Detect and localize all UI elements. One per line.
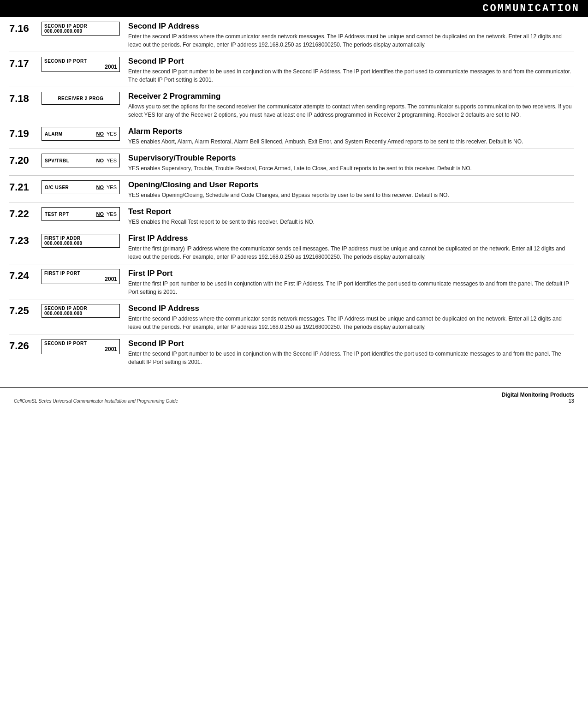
entry-title: Alarm Reports [128, 127, 574, 136]
field-alt-option: YES [107, 131, 117, 137]
entry-body: YES enables the Recall Test report to be… [128, 218, 574, 226]
entry-title: Test Report [128, 207, 574, 216]
entry-number: 7.18 [9, 92, 42, 105]
entry-body: Enter the second IP port number to be us… [128, 67, 574, 84]
entry-body: Enter the second IP port number to be us… [128, 350, 574, 366]
entry-body: Enter the first IP port number to be use… [128, 280, 574, 296]
footer-page-number: 13 [502, 398, 574, 404]
entry-title: Opening/Closing and User Reports [128, 180, 574, 190]
entry-field-box: SECOND IP PORT2001 [42, 339, 120, 354]
entry-field-box: FIRST IP PORT2001 [42, 269, 120, 284]
entry-row-7-22: 7.22TEST RPTNOYESTest ReportYES enables … [9, 207, 574, 229]
footer-company: Digital Monitoring Products [502, 392, 574, 398]
entry-description: Second IP PortEnter the second IP port n… [128, 57, 574, 84]
field-label-line1: SECOND IP ADDR [44, 24, 117, 29]
header-title: COMMUNICATION [482, 3, 580, 14]
field-alt-option: YES [107, 184, 117, 190]
field-alt-option: YES [107, 211, 117, 217]
entry-field-box: SPV/TRBLNOYES [42, 154, 120, 167]
entry-number: 7.21 [9, 180, 42, 193]
entry-number: 7.16 [9, 22, 42, 35]
footer-left-text: CellComSL Series Universal Communicator … [14, 399, 178, 404]
entry-title: Second IP Port [128, 57, 574, 66]
entry-description: Second IP PortEnter the second IP port n… [128, 339, 574, 366]
entry-description: First IP PortEnter the first IP port num… [128, 269, 574, 296]
footer-right: Digital Monitoring Products 13 [502, 392, 574, 404]
entry-row-7-19: 7.19ALARMNOYESAlarm ReportsYES enables A… [9, 127, 574, 149]
entry-body: Enter the second IP address where the co… [128, 32, 574, 49]
entry-number: 7.26 [9, 339, 42, 352]
entry-row-7-26: 7.26SECOND IP PORT2001Second IP PortEnte… [9, 339, 574, 369]
entry-body: Enter the second IP address where the co… [128, 315, 574, 331]
entry-number: 7.25 [9, 304, 42, 317]
field-label-line2: 000.000.000.000 [44, 29, 117, 34]
entry-row-7-23: 7.23FIRST IP ADDR000.000.000.000First IP… [9, 234, 574, 264]
entry-title: Supervisory/Trouble Reports [128, 154, 574, 163]
field-value: 2001 [44, 64, 117, 70]
entry-body: Enter the first (primary) IP address whe… [128, 244, 574, 261]
entry-field-box: SECOND IP ADDR000.000.000.000 [42, 22, 120, 36]
field-label: SECOND IP PORT [44, 59, 117, 64]
field-label: ALARM [45, 131, 63, 137]
field-label: SPV/TRBL [45, 158, 69, 163]
entry-row-7-17: 7.17SECOND IP PORT2001Second IP PortEnte… [9, 57, 574, 87]
entry-row-7-18: 7.18RECEIVER 2 PROGReceiver 2 Programmin… [9, 92, 574, 122]
field-alt-option: YES [107, 158, 117, 163]
entry-number: 7.17 [9, 57, 42, 70]
entry-number: 7.22 [9, 207, 42, 220]
entry-body: Allows you to set the options for the se… [128, 102, 574, 119]
entry-body: YES enables Supervisory, Trouble, Troubl… [128, 164, 574, 173]
field-label: SECOND IP PORT [44, 341, 117, 346]
field-selected-option: NO [96, 131, 104, 137]
field-selected-option: NO [96, 158, 104, 163]
field-selected-option: NO [96, 211, 104, 217]
entry-title: Second IP Address [128, 22, 574, 31]
entry-description: Test ReportYES enables the Recall Test r… [128, 207, 574, 226]
entry-field-box: RECEIVER 2 PROG [42, 92, 120, 105]
entry-description: Second IP AddressEnter the second IP add… [128, 304, 574, 331]
entry-field-box: SECOND IP PORT2001 [42, 57, 120, 72]
entry-description: Supervisory/Trouble ReportsYES enables S… [128, 154, 574, 173]
field-value: 2001 [44, 276, 117, 282]
entry-title: First IP Address [128, 234, 574, 243]
entry-title: First IP Port [128, 269, 574, 278]
entry-title: Receiver 2 Programming [128, 92, 574, 101]
entry-field-box: TEST RPTNOYES [42, 207, 120, 221]
field-label: TEST RPT [45, 212, 69, 217]
field-label-line1: FIRST IP ADDR [44, 236, 117, 241]
field-label-line2: 000.000.000.000 [44, 241, 117, 246]
entry-number: 7.19 [9, 127, 42, 140]
entry-description: Second IP AddressEnter the second IP add… [128, 22, 574, 49]
entry-title: Second IP Port [128, 339, 574, 348]
field-label-line1: SECOND IP ADDR [44, 306, 117, 311]
entry-row-7-21: 7.21O/C USERNOYESOpening/Closing and Use… [9, 180, 574, 202]
entry-row-7-20: 7.20SPV/TRBLNOYESSupervisory/Trouble Rep… [9, 154, 574, 176]
field-selected-option: NO [96, 184, 104, 190]
entry-number: 7.20 [9, 154, 42, 167]
entry-field-box: ALARMNOYES [42, 127, 120, 141]
entry-field-box: O/C USERNOYES [42, 180, 120, 194]
entry-number: 7.24 [9, 269, 42, 282]
entry-body: YES enables Abort, Alarm, Alarm Restoral… [128, 137, 574, 146]
entry-row-7-25: 7.25SECOND IP ADDR000.000.000.000Second … [9, 304, 574, 334]
entry-title: Second IP Address [128, 304, 574, 313]
entry-description: First IP AddressEnter the first (primary… [128, 234, 574, 261]
entry-field-box: SECOND IP ADDR000.000.000.000 [42, 304, 120, 318]
field-label: FIRST IP PORT [44, 271, 117, 276]
field-label: RECEIVER 2 PROG [58, 96, 103, 101]
main-content: 7.16SECOND IP ADDR000.000.000.000Second … [0, 17, 588, 378]
entry-description: Receiver 2 ProgrammingAllows you to set … [128, 92, 574, 119]
entry-description: Opening/Closing and User ReportsYES enab… [128, 180, 574, 199]
entry-body: YES enables Opening/Closing, Schedule an… [128, 191, 574, 199]
field-value: 2001 [44, 346, 117, 352]
entry-field-box: FIRST IP ADDR000.000.000.000 [42, 234, 120, 248]
entry-row-7-16: 7.16SECOND IP ADDR000.000.000.000Second … [9, 22, 574, 52]
page-footer: CellComSL Series Universal Communicator … [0, 387, 588, 407]
field-label-line2: 000.000.000.000 [44, 311, 117, 316]
page-header: COMMUNICATION [0, 0, 588, 17]
entry-description: Alarm ReportsYES enables Abort, Alarm, A… [128, 127, 574, 146]
field-label: O/C USER [45, 185, 69, 190]
entry-row-7-24: 7.24FIRST IP PORT2001First IP PortEnter … [9, 269, 574, 299]
entry-number: 7.23 [9, 234, 42, 247]
